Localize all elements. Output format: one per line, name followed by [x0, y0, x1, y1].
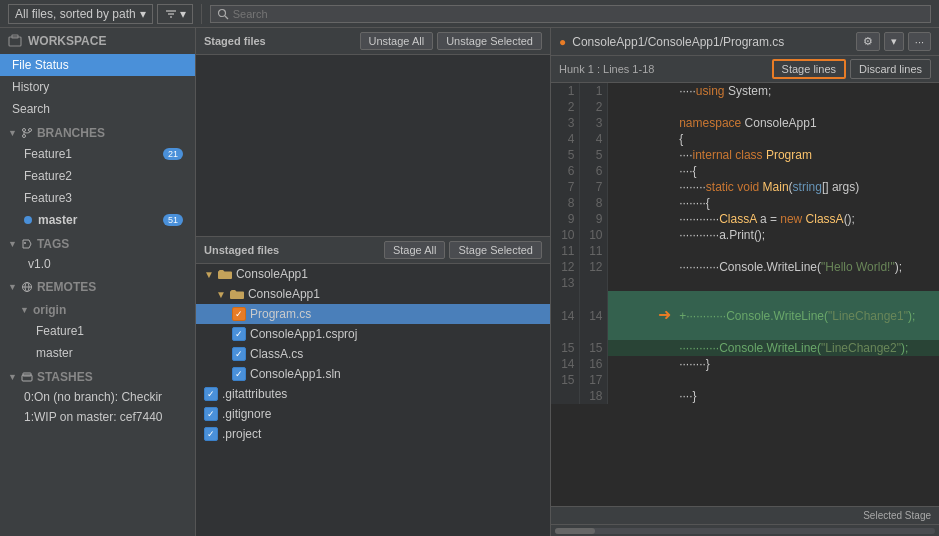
sidebar-item-feature1[interactable]: Feature1 21: [0, 143, 195, 165]
line-num-right-15: 15: [579, 340, 607, 356]
sidebar-item-search[interactable]: Search: [0, 98, 195, 120]
sidebar-item-v1[interactable]: v1.0: [0, 254, 195, 274]
files-sort-label: All files, sorted by path: [15, 7, 136, 21]
diff-table: 1 1 ·····using System; 2 2 3 3: [551, 83, 939, 404]
tree-consoleapp1-root[interactable]: ▼ ConsoleApp1: [196, 264, 550, 284]
line-num-right-8: 8: [579, 195, 607, 211]
gitattributes-checkbox[interactable]: ✓: [204, 387, 218, 401]
line-num-left-3: 3: [551, 115, 579, 131]
origin-header[interactable]: ▼ origin: [0, 297, 195, 320]
project-label: .project: [222, 427, 261, 441]
line-num-left-10: 10: [551, 227, 579, 243]
remotes-section-header[interactable]: ▼ REMOTES: [0, 274, 195, 297]
stashes-section-header[interactable]: ▼ STASHES: [0, 364, 195, 387]
line-num-left-2: 2: [551, 99, 579, 115]
feature2-label: Feature2: [24, 169, 72, 183]
tree-consoleapp1-sub[interactable]: ▼ ConsoleApp1: [196, 284, 550, 304]
files-sort-dropdown[interactable]: All files, sorted by path ▾: [8, 4, 153, 24]
hunk-label: Hunk 1 : Lines 1-18: [559, 63, 654, 75]
line-num-left-5: 5: [551, 147, 579, 163]
sidebar-item-history[interactable]: History: [0, 76, 195, 98]
dropdown-chevron: ▾: [140, 7, 146, 21]
unstaged-header: Unstaged files Stage All Stage Selected: [196, 236, 550, 264]
unstage-selected-btn[interactable]: Unstage Selected: [437, 32, 542, 50]
classa-checkbox[interactable]: ✓: [232, 347, 246, 361]
project-checkbox[interactable]: ✓: [204, 427, 218, 441]
svg-point-7: [22, 129, 25, 132]
line-code-3: namespace ConsoleApp1: [675, 115, 938, 131]
sidebar-item-origin-feature1[interactable]: Feature1: [0, 320, 195, 342]
sidebar-item-feature2[interactable]: Feature2: [0, 165, 195, 187]
stash-item-1[interactable]: 1:WIP on master: cef7440: [0, 407, 195, 427]
branches-section-header[interactable]: ▼ BRANCHES: [0, 120, 195, 143]
diff-row-7: 7 7 ········static void Main(string[] ar…: [551, 179, 939, 195]
tree-sln[interactable]: ✓ ConsoleApp1.sln: [196, 364, 550, 384]
line-num-right-7: 7: [579, 179, 607, 195]
sidebar-item-feature3[interactable]: Feature3: [0, 187, 195, 209]
origin-label: origin: [33, 303, 66, 317]
discard-lines-btn[interactable]: Discard lines: [850, 59, 931, 79]
search-box-top[interactable]: [210, 5, 931, 23]
gitignore-checkbox[interactable]: ✓: [204, 407, 218, 421]
sln-checkbox[interactable]: ✓: [232, 367, 246, 381]
diff-file-header: ● ConsoleApp1/ConsoleApp1/Program.cs ⚙ ▾…: [551, 28, 939, 56]
csproj-label: ConsoleApp1.csproj: [250, 327, 357, 341]
diff-scrollbar[interactable]: [551, 524, 939, 536]
main-layout: WORKSPACE File Status History Search ▼ B…: [0, 28, 939, 536]
arrow-cell-9: [607, 211, 675, 227]
sidebar-item-master[interactable]: master 51: [0, 209, 195, 231]
diff-row-16: 14 16 ········}: [551, 356, 939, 372]
folder-collapse-icon2: ▼: [216, 289, 226, 300]
line-num-left-8: 8: [551, 195, 579, 211]
stash-0-label: 0:On (no branch): Checkir: [24, 390, 162, 404]
diff-settings-btn[interactable]: ⚙: [856, 32, 880, 51]
master-label: master: [38, 213, 77, 227]
diff-chevron-btn[interactable]: ▾: [884, 32, 904, 51]
line-num-left-11: 11: [551, 243, 579, 259]
unstaged-title: Unstaged files: [204, 244, 279, 256]
line-num-left-14: 14: [551, 291, 579, 340]
stage-all-btn[interactable]: Stage All: [384, 241, 445, 259]
tree-project[interactable]: ✓ .project: [196, 424, 550, 444]
search-input-top[interactable]: [233, 8, 924, 20]
stash-item-0[interactable]: 0:On (no branch): Checkir: [0, 387, 195, 407]
diff-row-2: 2 2: [551, 99, 939, 115]
line-code-5: ····internal class Program: [675, 147, 938, 163]
arrow-cell-18: [607, 388, 675, 404]
line-num-left-18: [551, 388, 579, 404]
line-num-right-5: 5: [579, 147, 607, 163]
stage-selected-btn[interactable]: Stage Selected: [449, 241, 542, 259]
diff-scrollbar-thumb[interactable]: [555, 528, 595, 534]
diff-more-btn[interactable]: ···: [908, 32, 931, 51]
filter-icon-btn[interactable]: ▾: [157, 4, 193, 24]
line-code-4: {: [675, 131, 938, 147]
diff-content: 1 1 ·····using System; 2 2 3 3: [551, 83, 939, 506]
tree-program-cs[interactable]: ✓ Program.cs: [196, 304, 550, 324]
line-num-left-13: 13: [551, 275, 579, 291]
tree-gitignore[interactable]: ✓ .gitignore: [196, 404, 550, 424]
tree-csproj[interactable]: ✓ ConsoleApp1.csproj: [196, 324, 550, 344]
unstage-all-btn[interactable]: Unstage All: [360, 32, 434, 50]
line-code-1: ·····using System;: [675, 83, 938, 99]
diff-row-6: 6 6 ····{: [551, 163, 939, 179]
tags-icon: [21, 238, 33, 250]
program-cs-checkbox[interactable]: ✓: [232, 307, 246, 321]
feature3-label: Feature3: [24, 191, 72, 205]
sidebar-item-file-status[interactable]: File Status: [0, 54, 195, 76]
stage-lines-btn[interactable]: Stage lines: [772, 59, 846, 79]
line-num-right-12: 12: [579, 259, 607, 275]
tree-classa-cs[interactable]: ✓ ClassA.cs: [196, 344, 550, 364]
unstaged-area: ▼ ConsoleApp1 ▼ ConsoleApp1 ✓ Program.cs: [196, 264, 550, 536]
remotes-label: REMOTES: [37, 280, 96, 294]
tree-gitattributes[interactable]: ✓ .gitattributes: [196, 384, 550, 404]
line-num-right-2: 2: [579, 99, 607, 115]
line-num-right-18: 18: [579, 388, 607, 404]
workspace-label: WORKSPACE: [28, 34, 106, 48]
diff-row-11: 11 11: [551, 243, 939, 259]
tags-section-header[interactable]: ▼ TAGS: [0, 231, 195, 254]
line-num-left-9: 9: [551, 211, 579, 227]
diff-scrollbar-track[interactable]: [555, 528, 935, 534]
sidebar-item-origin-master[interactable]: master: [0, 342, 195, 364]
workspace-header: WORKSPACE: [0, 28, 195, 54]
csproj-checkbox[interactable]: ✓: [232, 327, 246, 341]
